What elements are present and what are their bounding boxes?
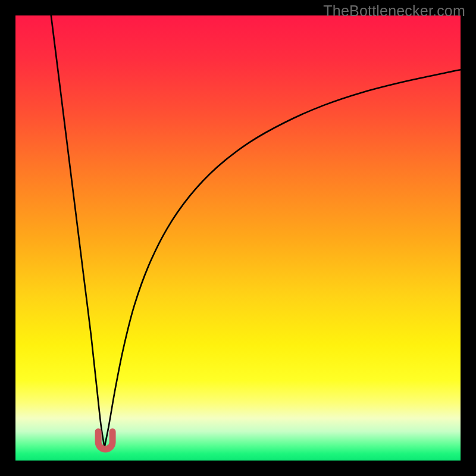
- curves-layer: [15, 15, 461, 461]
- plot-area: [15, 15, 461, 461]
- curve-left-branch: [51, 15, 105, 447]
- chart-frame: TheBottlenecker.com: [0, 0, 476, 476]
- curve-right-branch: [105, 70, 461, 447]
- watermark-text: TheBottlenecker.com: [323, 2, 465, 20]
